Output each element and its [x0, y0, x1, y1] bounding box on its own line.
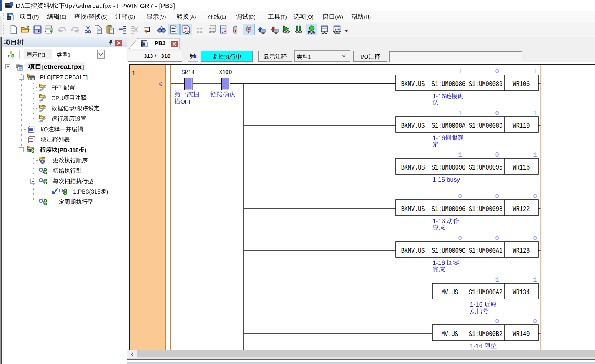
svg-text:0: 0	[495, 235, 499, 242]
svg-text:S1:UM0008D: S1:UM0008D	[469, 122, 502, 130]
svg-text:S1:UM000B2: S1:UM000B2	[469, 330, 502, 338]
svg-text:0: 0	[495, 110, 499, 117]
svg-text:n: n	[8, 54, 10, 58]
svg-text:1: 1	[495, 277, 499, 284]
svg-text:SR14: SR14	[182, 69, 195, 76]
svg-text:WR122: WR122	[513, 205, 530, 213]
svg-text:0: 0	[533, 235, 537, 242]
svg-text:1: 1	[533, 68, 537, 75]
svg-text:S1:UM0009B: S1:UM0009B	[469, 205, 502, 213]
svg-text:BKMV.US: BKMV.US	[401, 163, 425, 172]
svg-text:1: 1	[132, 70, 136, 77]
svg-text:1: 1	[533, 152, 537, 159]
svg-text:0: 0	[458, 193, 462, 200]
svg-text:P: P	[28, 150, 30, 152]
svg-text:S1:UM0009C: S1:UM0009C	[432, 247, 465, 255]
svg-text:1: 1	[458, 68, 462, 75]
svg-text:0: 0	[458, 235, 462, 242]
svg-text:S1:UM0008A: S1:UM0008A	[432, 122, 465, 130]
svg-text:S1:UM00089: S1:UM00089	[469, 80, 502, 88]
svg-text:1: 1	[458, 152, 462, 159]
svg-text:S1:UM00095: S1:UM00095	[469, 163, 502, 172]
svg-text:0: 0	[533, 193, 537, 200]
svg-text:1: 1	[533, 110, 537, 117]
svg-text:0: 0	[495, 152, 499, 159]
svg-text:0: 0	[495, 68, 499, 75]
svg-text:S1:UM00086: S1:UM00086	[432, 80, 465, 88]
svg-text:BKMV.US: BKMV.US	[401, 247, 425, 255]
svg-text:WR116: WR116	[513, 163, 530, 172]
svg-text:MV.US: MV.US	[441, 330, 458, 338]
svg-text:S1:UM00090: S1:UM00090	[432, 163, 465, 172]
svg-text:WR106: WR106	[513, 80, 530, 88]
svg-text:WR140: WR140	[513, 330, 530, 338]
svg-text:1: 1	[458, 110, 462, 117]
svg-text:WR110: WR110	[513, 122, 530, 130]
svg-text:S1:UM00096: S1:UM00096	[432, 205, 465, 213]
svg-text:WR128: WR128	[513, 247, 530, 255]
svg-text:S1:UM000A1: S1:UM000A1	[469, 247, 502, 255]
svg-text:BKMV.US: BKMV.US	[401, 80, 425, 88]
svg-text:MV.US: MV.US	[441, 288, 458, 297]
svg-text:BKMV.US: BKMV.US	[401, 122, 425, 130]
svg-text:0: 0	[533, 318, 537, 325]
svg-text:0: 0	[495, 193, 499, 200]
svg-text:1: 1	[533, 277, 537, 284]
svg-text:S1:UM000A2: S1:UM000A2	[469, 288, 502, 297]
svg-text:0: 0	[495, 318, 499, 325]
svg-text:BKMV.US: BKMV.US	[401, 205, 425, 213]
svg-text:0: 0	[159, 81, 162, 88]
svg-text:RUN: RUN	[308, 31, 315, 34]
svg-text:WR134: WR134	[513, 288, 530, 297]
svg-text:X100: X100	[219, 69, 232, 76]
